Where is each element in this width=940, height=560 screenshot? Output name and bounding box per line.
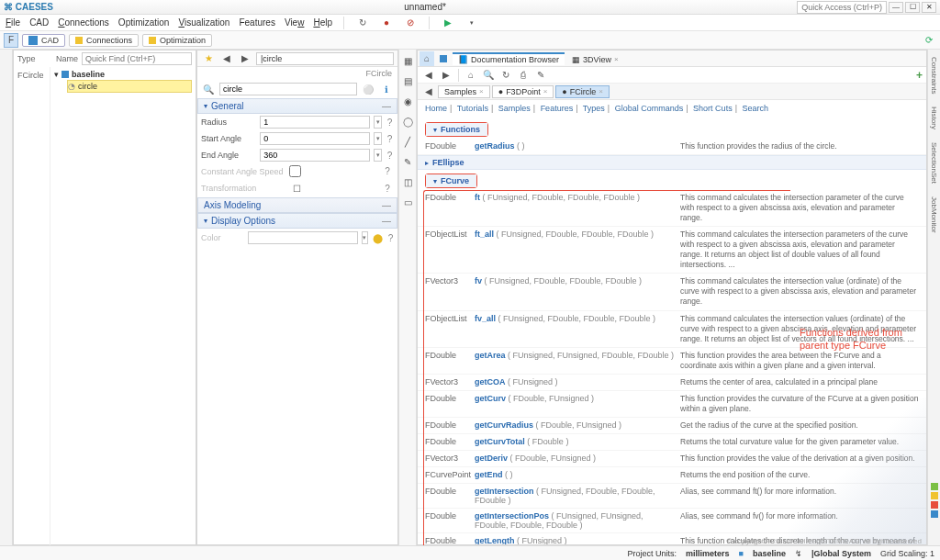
menu-help[interactable]: Help [313, 17, 332, 28]
crumb-fcircle[interactable]: ● FCircle × [555, 85, 610, 98]
chart-icon[interactable]: ▤ [400, 73, 415, 88]
spin-end[interactable]: ▾ [374, 149, 382, 162]
tab-optimization[interactable]: Optimization [142, 34, 212, 47]
nav-refresh-icon[interactable]: ↻ [498, 68, 513, 83]
menu-view[interactable]: View [285, 17, 305, 28]
menu-features[interactable]: Features [239, 17, 274, 28]
link-home[interactable]: Home [425, 104, 447, 113]
link-features[interactable]: Features [541, 104, 574, 113]
nav-search-icon[interactable]: 🔍 [481, 68, 496, 83]
help-trans[interactable]: ? [381, 184, 394, 194]
quick-find-input[interactable] [82, 52, 192, 65]
tree-root[interactable]: ▾ baseline [54, 69, 192, 80]
color-swatch[interactable]: ⬤ [372, 230, 384, 245]
filter-icon[interactable]: F [4, 33, 18, 48]
nav-back-icon[interactable]: ◀ [421, 68, 436, 83]
link-types[interactable]: Types [583, 104, 605, 113]
input-start[interactable] [260, 132, 370, 145]
crumb-f3dpoint[interactable]: ● F3DPoint × [492, 85, 554, 98]
input-end[interactable] [260, 149, 370, 162]
lock-icon[interactable]: ⚪ [361, 82, 375, 96]
back-icon[interactable]: ◀ [219, 51, 234, 66]
eraser-icon[interactable]: ◫ [400, 174, 415, 189]
side-jobmonitor[interactable]: JobMonitor [930, 193, 938, 237]
clear-icon[interactable]: ⊘ [403, 16, 418, 30]
pencil-icon[interactable]: ✎ [400, 154, 415, 169]
group-fellipse[interactable]: ▸FEllipse [418, 155, 926, 170]
crumb-home-icon[interactable]: ◀ [421, 84, 436, 99]
func-row[interactable]: FVector3getDeriv ( FDouble, FUnsigned )T… [418, 451, 926, 467]
status-baseline[interactable]: baseline [753, 549, 786, 558]
refresh-icon[interactable]: ↻ [355, 16, 370, 30]
help-radius[interactable]: ? [386, 118, 394, 128]
maximize-button[interactable]: ☐ [905, 2, 920, 13]
spin-start[interactable]: ▾ [374, 132, 382, 145]
stop-icon[interactable]: ● [379, 16, 394, 30]
side-history[interactable]: History [930, 103, 938, 133]
crumb-samples[interactable]: Samples × [438, 85, 490, 98]
tree-item-circle[interactable]: ◔ circle [67, 80, 192, 93]
line-tool-icon[interactable]: ╱ [400, 134, 415, 149]
folder-icon[interactable] [436, 51, 451, 66]
circle-tool-icon[interactable]: ◯ [400, 114, 415, 129]
tab-cad[interactable]: CAD [22, 34, 65, 47]
link-shortcuts[interactable]: Short Cuts [693, 104, 733, 113]
link-samples[interactable]: Samples [498, 104, 531, 113]
func-row[interactable]: FVector3getCOA ( FUnsigned )Returns the … [418, 375, 926, 391]
menu-visualization[interactable]: Visualization [178, 17, 229, 28]
chk-cas[interactable] [289, 165, 301, 177]
tab-doc-browser[interactable]: 📘 Documentation Browser [453, 52, 565, 65]
cube-icon[interactable]: ▦ [400, 53, 415, 68]
tab-connections[interactable]: Connections [69, 34, 139, 47]
star-icon[interactable]: ★ [201, 51, 216, 66]
func-row[interactable]: FDouble getRadius ( ) This function prov… [418, 139, 926, 155]
menu-cad[interactable]: CAD [29, 17, 49, 28]
quick-access[interactable]: Quick Access (Ctrl+P) [797, 1, 887, 14]
info-icon[interactable]: ℹ [379, 82, 394, 96]
status-units-value[interactable]: millimeters [686, 549, 730, 558]
trans-btn[interactable]: ☐ [289, 181, 304, 196]
sync-icon[interactable]: ⟳ [922, 33, 936, 48]
fwd-icon[interactable]: ▶ [238, 51, 252, 66]
menu-file[interactable]: File [6, 17, 20, 28]
func-row[interactable]: FObjectListft_all ( FUnsigned, FDouble, … [418, 227, 926, 274]
section-general[interactable]: ▾General— [197, 98, 397, 114]
func-row[interactable]: FDoublegetCurvTotal ( FDouble )Returns t… [418, 434, 926, 451]
spin-color[interactable]: ▾ [362, 231, 368, 244]
section-axis[interactable]: Axis Modeling— [197, 197, 397, 213]
side-constraints[interactable]: Constraints [930, 53, 938, 97]
sphere-icon[interactable]: ◉ [400, 94, 415, 108]
help-color[interactable]: ? [387, 233, 394, 243]
link-globalcmd[interactable]: Global Commands [615, 104, 684, 113]
func-row[interactable]: FDoubleft ( FUnsigned, FDouble, FDouble,… [418, 190, 926, 227]
section-display[interactable]: ▾Display Options— [197, 213, 397, 229]
close-button[interactable]: ✕ [922, 2, 936, 13]
link-search[interactable]: Search [743, 104, 769, 113]
home-icon[interactable]: ⌂ [420, 51, 434, 66]
object-name-input[interactable] [219, 83, 357, 95]
func-row[interactable]: FDoublegetIntersection ( FUnsigned, FDou… [418, 484, 926, 509]
run-dropdown-icon[interactable]: ▾ [464, 16, 479, 30]
side-selectionset[interactable]: SelectionSet [930, 139, 938, 187]
func-row[interactable]: FDoublegetCurvRadius ( FDouble, FUnsigne… [418, 418, 926, 434]
help-cas[interactable]: ? [381, 166, 394, 176]
func-row[interactable]: FDoublegetIntersectionPos ( FUnsigned, F… [418, 509, 926, 533]
link-tutorials[interactable]: Tutorials [457, 104, 488, 113]
func-row[interactable]: FVector3fv ( FUnsigned, FDouble, FDouble… [418, 274, 926, 310]
input-radius[interactable] [260, 116, 370, 129]
sheet-icon[interactable]: ▭ [400, 195, 415, 209]
menu-optimization[interactable]: Optimization [118, 17, 170, 28]
nav-fwd-icon[interactable]: ▶ [439, 68, 453, 83]
input-color[interactable] [248, 231, 358, 244]
func-row[interactable]: FCurvePointgetEnd ( )Returns the end pos… [418, 467, 926, 484]
help-end[interactable]: ? [386, 151, 394, 161]
close-3dview-icon[interactable]: × [614, 55, 619, 63]
func-row[interactable]: FDoublegetCurv ( FDouble, FUnsigned )Thi… [418, 391, 926, 418]
add-icon[interactable]: + [916, 69, 923, 82]
help-start[interactable]: ? [386, 134, 394, 144]
nav-edit-icon[interactable]: ✎ [533, 68, 548, 83]
nav-print-icon[interactable]: ⎙ [516, 68, 531, 83]
run-icon[interactable]: ▶ [441, 16, 455, 30]
status-global[interactable]: |Global System [811, 549, 871, 558]
minimize-button[interactable]: — [889, 2, 903, 13]
